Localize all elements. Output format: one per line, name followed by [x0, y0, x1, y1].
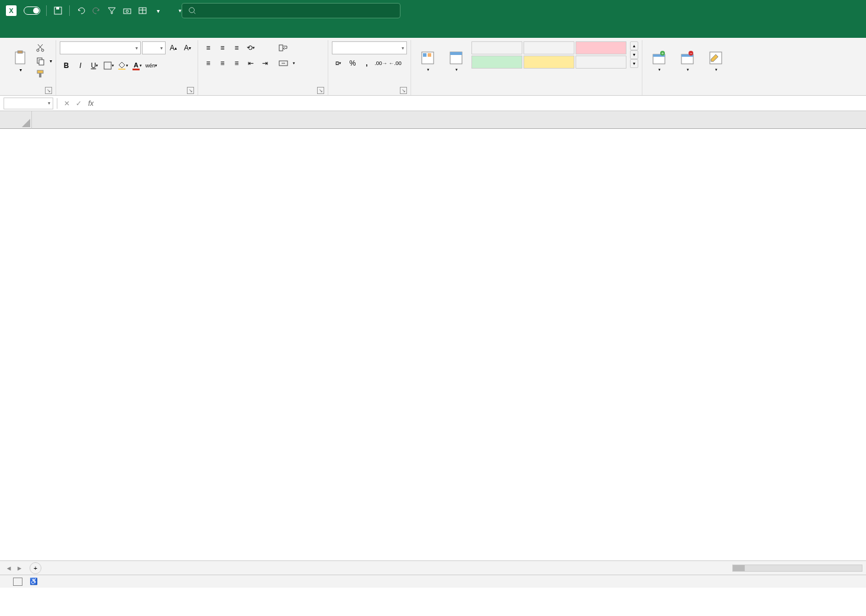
increase-indent-icon[interactable]: ⇥ — [258, 57, 272, 70]
border-button[interactable]: ▾ — [102, 59, 115, 72]
decrease-font-icon[interactable]: A▾ — [181, 41, 194, 54]
decrease-decimal-icon[interactable]: ←.00 — [389, 57, 402, 70]
cancel-formula-icon[interactable]: ✕ — [61, 98, 73, 109]
undo-icon[interactable] — [75, 4, 88, 17]
align-top-icon[interactable]: ≡ — [202, 41, 215, 54]
style-tile[interactable] — [524, 56, 574, 69]
format-painter-button[interactable] — [35, 67, 52, 80]
worksheet-grid[interactable] — [0, 111, 866, 560]
gallery-up-icon[interactable]: ▴ — [630, 41, 638, 50]
svg-line-13 — [38, 44, 43, 49]
formula-input[interactable] — [97, 98, 866, 109]
insert-cells-button[interactable]: + ▾ — [646, 41, 672, 80]
svg-rect-10 — [18, 51, 22, 53]
style-tile[interactable] — [471, 56, 522, 69]
formula-bar: ▾ ✕ ✓ fx — [0, 96, 866, 111]
svg-rect-16 — [39, 60, 44, 65]
merge-center-button[interactable]: ▾ — [279, 57, 295, 70]
comma-format-icon[interactable]: , — [360, 57, 373, 70]
conditional-format-button[interactable]: ▾ — [415, 41, 441, 80]
toggle-switch-icon[interactable] — [24, 7, 40, 15]
style-tile[interactable] — [524, 41, 574, 54]
paste-button[interactable]: ▾ — [7, 41, 33, 80]
svg-text:+: + — [661, 51, 664, 56]
search-input[interactable] — [182, 3, 400, 18]
search-icon — [188, 7, 196, 15]
accessibility-label[interactable]: ♿ — [30, 578, 38, 585]
menu-bar — [0, 21, 866, 38]
font-color-button[interactable]: A▾ — [131, 59, 144, 72]
bold-button[interactable]: B — [60, 59, 73, 72]
orientation-icon[interactable]: ⟲▾ — [244, 41, 257, 54]
number-format-combo[interactable]: ▾ — [332, 41, 407, 54]
phonetic-button[interactable]: wén▾ — [145, 59, 158, 72]
fill-color-button[interactable]: ▾ — [117, 59, 130, 72]
camera-icon[interactable] — [121, 4, 134, 17]
svg-point-11 — [37, 49, 39, 51]
dialog-launcher-icon[interactable]: ↘ — [187, 87, 194, 94]
svg-point-12 — [41, 49, 44, 51]
format-as-table-button[interactable]: ▾ — [443, 41, 469, 80]
horizontal-scrollbar[interactable] — [732, 565, 862, 572]
underline-button[interactable]: U▾ — [88, 59, 101, 72]
gallery-more-icon[interactable]: ▾ — [630, 59, 638, 68]
redo-icon[interactable] — [90, 4, 103, 17]
svg-rect-18 — [39, 73, 41, 77]
increase-font-icon[interactable]: A▴ — [167, 41, 180, 54]
decrease-indent-icon[interactable]: ⇤ — [244, 57, 257, 70]
cut-button[interactable] — [35, 41, 52, 54]
accounting-format-icon[interactable]: ¤▾ — [332, 57, 345, 70]
increase-decimal-icon[interactable]: .00→ — [374, 57, 387, 70]
table-icon[interactable] — [136, 4, 149, 17]
ribbon-group-styles: ▾ ▾ ▴ ▾ ▾ — [411, 40, 642, 95]
accept-formula-icon[interactable]: ✓ — [73, 98, 85, 109]
macro-record-icon[interactable] — [13, 578, 22, 586]
delete-cells-button[interactable]: − ▾ — [674, 41, 700, 80]
style-tile[interactable] — [576, 41, 626, 54]
svg-rect-2 — [124, 9, 131, 14]
cell-styles-gallery[interactable] — [471, 41, 626, 69]
tab-scroll-left-icon[interactable]: ◄ — [4, 565, 14, 572]
svg-rect-21 — [279, 45, 283, 51]
gallery-down-icon[interactable]: ▾ — [630, 50, 638, 59]
autosave-toggle[interactable] — [21, 7, 43, 15]
svg-rect-25 — [423, 53, 426, 57]
style-tile[interactable] — [576, 56, 626, 69]
filename-label[interactable]: ▾ — [176, 8, 182, 14]
italic-button[interactable]: I — [74, 59, 87, 72]
align-middle-icon[interactable]: ≡ — [216, 41, 229, 54]
align-center-icon[interactable]: ≡ — [216, 57, 229, 70]
status-bar: ♿ — [0, 575, 866, 588]
format-cells-button[interactable]: ▾ — [703, 41, 729, 80]
align-left-icon[interactable]: ≡ — [202, 57, 215, 70]
filter-icon[interactable] — [105, 4, 118, 17]
tab-scroll-right-icon[interactable]: ► — [14, 565, 25, 572]
svg-rect-26 — [428, 53, 431, 57]
style-tile[interactable] — [471, 41, 522, 54]
save-icon[interactable] — [51, 4, 64, 17]
svg-rect-9 — [15, 52, 25, 64]
title-bar: X ▾ ▾ — [0, 0, 866, 21]
add-sheet-button[interactable]: + — [30, 562, 41, 574]
sheet-tab-bar: ◄ ► + — [0, 560, 866, 575]
copy-button[interactable]: ▾ — [35, 54, 52, 67]
ribbon-group-font: ▾ ▾ A▴ A▾ B I U▾ ▾ ▾ A▾ wén▾ ↘ — [56, 40, 198, 95]
ribbon-group-clipboard: ▾ ▾ ↘ — [4, 40, 56, 95]
svg-rect-19 — [104, 62, 111, 69]
dialog-launcher-icon[interactable]: ↘ — [400, 87, 407, 94]
align-bottom-icon[interactable]: ≡ — [230, 41, 243, 54]
customize-qat-icon[interactable]: ▾ — [151, 4, 164, 17]
align-right-icon[interactable]: ≡ — [230, 57, 243, 70]
font-size-combo[interactable]: ▾ — [142, 41, 166, 54]
fx-icon[interactable]: fx — [88, 99, 93, 108]
percent-format-icon[interactable]: % — [346, 57, 359, 70]
select-all-corner[interactable] — [0, 111, 32, 129]
wrap-text-button[interactable] — [279, 41, 295, 54]
font-family-combo[interactable]: ▾ — [60, 41, 141, 54]
ribbon: ▾ ▾ ↘ ▾ ▾ A▴ A▾ B I U▾ ▾ ▾ A▾ — [0, 38, 866, 96]
name-box[interactable]: ▾ — [4, 98, 53, 109]
svg-rect-20 — [118, 69, 125, 70]
dialog-launcher-icon[interactable]: ↘ — [317, 87, 324, 94]
dialog-launcher-icon[interactable]: ↘ — [45, 87, 52, 94]
svg-line-14 — [38, 44, 42, 49]
